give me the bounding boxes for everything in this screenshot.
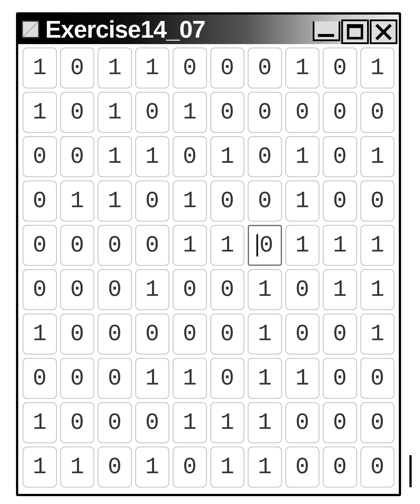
grid-cell[interactable]: 0 <box>248 136 282 177</box>
grid-cell[interactable]: 1 <box>173 358 207 399</box>
grid-cell[interactable]: 1 <box>323 269 357 310</box>
maximize-button[interactable] <box>341 19 369 44</box>
grid-cell[interactable]: 0 <box>135 402 170 443</box>
grid-cell[interactable]: 1 <box>360 269 395 310</box>
grid-cell[interactable]: 1 <box>285 48 320 88</box>
grid-cell[interactable]: 1 <box>173 92 207 133</box>
grid-cell[interactable]: 1 <box>173 402 207 443</box>
grid-cell[interactable]: 1 <box>135 48 170 88</box>
title-bar[interactable]: Exercise14_07 <box>18 15 399 44</box>
grid-cell[interactable]: 1 <box>60 447 94 487</box>
grid-cell[interactable]: 0 <box>98 402 132 443</box>
grid-cell[interactable]: 1 <box>60 181 94 221</box>
grid-cell[interactable]: 0 <box>323 358 357 399</box>
grid-cell[interactable]: 0 <box>248 181 282 221</box>
minimize-button[interactable] <box>313 21 340 41</box>
grid-cell[interactable]: 1 <box>285 358 320 399</box>
grid-cell[interactable]: 1 <box>323 225 357 266</box>
grid-cell[interactable]: 0 <box>173 136 207 177</box>
grid-cell[interactable]: 0 <box>210 181 245 221</box>
grid-cell[interactable]: 1 <box>135 269 170 310</box>
grid-cell[interactable]: 0 <box>23 225 57 266</box>
grid-cell[interactable]: 0 <box>60 225 94 266</box>
grid-cell[interactable]: 0 <box>323 181 357 221</box>
grid-cell[interactable]: 1 <box>135 358 170 399</box>
grid-cell[interactable]: 1 <box>360 225 395 266</box>
grid-cell[interactable]: 0 <box>210 48 245 88</box>
grid-cell[interactable]: 1 <box>135 447 170 487</box>
grid-cell[interactable]: 1 <box>210 447 245 487</box>
grid-cell[interactable]: 0 <box>360 181 395 221</box>
grid-cell[interactable]: 0 <box>210 92 245 133</box>
grid-cell[interactable]: 0 <box>60 402 94 443</box>
grid-cell[interactable]: 0 <box>23 181 57 221</box>
grid-cell[interactable]: 1 <box>23 48 57 88</box>
grid-cell[interactable]: 0 <box>23 358 57 399</box>
grid-cell[interactable]: 0 <box>98 358 132 399</box>
grid-cell[interactable]: 0 <box>135 181 170 221</box>
grid-cell[interactable]: 1 <box>360 136 395 177</box>
grid-cell[interactable]: 0 <box>285 447 320 487</box>
grid-cell[interactable]: 1 <box>23 92 57 133</box>
grid-cell[interactable]: 0 <box>360 92 395 133</box>
grid-cell[interactable]: 0 <box>323 314 357 354</box>
grid-cell[interactable]: 0 <box>173 314 207 354</box>
grid-cell[interactable]: 0 <box>98 269 132 310</box>
grid-cell[interactable]: 0 <box>323 402 357 443</box>
grid-cell[interactable]: 0 <box>98 314 132 354</box>
grid-cell[interactable]: 1 <box>173 225 207 266</box>
grid-cell[interactable]: 0 <box>23 269 57 310</box>
grid-cell[interactable]: 1 <box>360 48 395 88</box>
grid-cell[interactable]: 0 <box>210 269 245 310</box>
grid-cell[interactable]: 1 <box>210 136 245 177</box>
grid-cell[interactable]: 0 <box>210 314 245 354</box>
grid-cell[interactable]: 0 <box>173 447 207 487</box>
grid-cell[interactable]: 0 <box>60 314 94 354</box>
grid-cell[interactable]: 0 <box>323 136 357 177</box>
grid-cell[interactable]: 0 <box>60 48 94 88</box>
grid-cell[interactable]: 0 <box>135 314 170 354</box>
grid-cell[interactable]: 0 <box>323 48 357 88</box>
grid-cell[interactable]: 0 <box>285 269 320 310</box>
grid-cell[interactable]: 0 <box>248 92 282 133</box>
app-system-icon[interactable] <box>22 20 39 38</box>
grid-cell[interactable]: 1 <box>135 136 170 177</box>
grid-cell[interactable]: 1 <box>285 136 320 177</box>
grid-cell[interactable]: 0 <box>360 358 395 399</box>
grid-cell[interactable]: 1 <box>98 181 132 221</box>
grid-cell[interactable]: 1 <box>98 48 132 88</box>
grid-cell[interactable]: 0 <box>248 225 282 266</box>
grid-cell[interactable]: 0 <box>60 92 94 133</box>
grid-cell[interactable]: 0 <box>135 92 170 133</box>
grid-cell[interactable]: 1 <box>248 402 282 443</box>
grid-cell[interactable]: 1 <box>210 225 245 266</box>
grid-cell[interactable]: 1 <box>98 136 132 177</box>
grid-cell[interactable]: 1 <box>248 358 282 399</box>
grid-cell[interactable]: 0 <box>60 269 94 310</box>
grid-cell[interactable]: 0 <box>60 136 94 177</box>
grid-cell[interactable]: 1 <box>285 225 320 266</box>
grid-cell[interactable]: 0 <box>23 136 57 177</box>
grid-cell[interactable]: 1 <box>23 402 57 443</box>
grid-cell[interactable]: 0 <box>360 402 395 443</box>
grid-cell[interactable]: 0 <box>60 358 94 399</box>
grid-cell[interactable]: 1 <box>23 447 57 487</box>
grid-cell[interactable]: 0 <box>285 314 320 354</box>
grid-cell[interactable]: 0 <box>210 358 245 399</box>
grid-cell[interactable]: 1 <box>285 181 320 221</box>
grid-cell[interactable]: 1 <box>248 447 282 487</box>
grid-cell[interactable]: 1 <box>360 314 395 354</box>
grid-cell[interactable]: 1 <box>23 314 57 354</box>
grid-cell[interactable]: 0 <box>98 225 132 266</box>
close-button[interactable] <box>370 19 397 44</box>
grid-cell[interactable]: 0 <box>323 92 357 133</box>
grid-cell[interactable]: 0 <box>98 447 132 487</box>
grid-cell[interactable]: 0 <box>173 48 207 88</box>
grid-cell[interactable]: 1 <box>248 314 282 354</box>
grid-cell[interactable]: 1 <box>210 402 245 443</box>
grid-cell[interactable]: 0 <box>173 269 207 310</box>
grid-cell[interactable]: 0 <box>360 447 395 487</box>
grid-cell[interactable]: 1 <box>98 92 132 133</box>
grid-cell[interactable]: 0 <box>248 48 282 88</box>
grid-cell[interactable]: 0 <box>135 225 170 266</box>
